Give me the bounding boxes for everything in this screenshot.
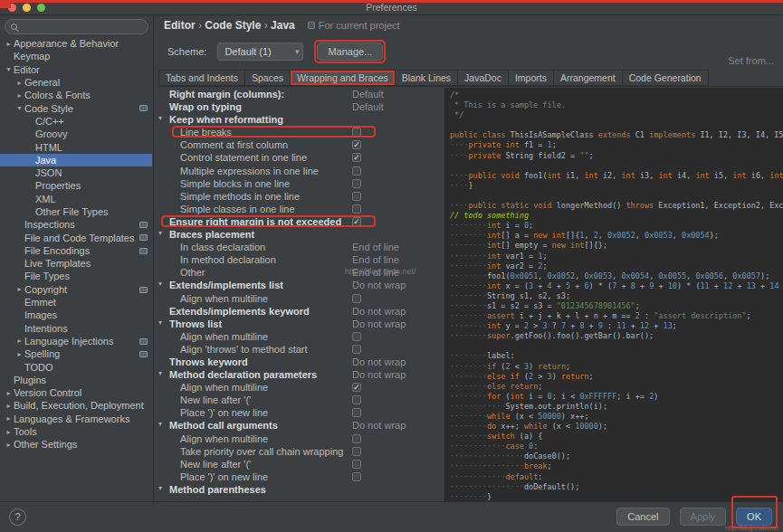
scheme-select[interactable]: Default (1) ▾ bbox=[217, 43, 303, 61]
sidebar-item-file-types[interactable]: File Types bbox=[0, 270, 152, 282]
setting-extends-implements-keyword[interactable]: Extends/implements keywordDo not wrap bbox=[155, 305, 444, 318]
checkbox-place-on-new-line[interactable] bbox=[352, 472, 361, 481]
chevron-right-icon[interactable]: ▸ bbox=[14, 350, 24, 358]
setting-right-margin-columns[interactable]: Right margin (columns):Default bbox=[155, 88, 444, 100]
button-apply[interactable]: Apply bbox=[680, 508, 727, 526]
help-button[interactable]: ? bbox=[9, 508, 26, 526]
sidebar-item-json[interactable]: JSON bbox=[0, 166, 152, 179]
sidebar-item-html[interactable]: HTML bbox=[0, 140, 152, 153]
chevron-down-icon[interactable]: ▾ bbox=[158, 369, 162, 377]
button-ok[interactable]: OK bbox=[736, 508, 772, 526]
checkbox-align-when-multiline[interactable]: ✓ bbox=[352, 383, 361, 392]
chevron-down-icon[interactable]: ▾ bbox=[158, 280, 162, 288]
setting-place-on-new-line[interactable]: Place ')' on new line bbox=[155, 406, 444, 419]
tab-spaces[interactable]: Spaces bbox=[244, 70, 290, 86]
checkbox-control-statement-in-one-line[interactable]: ✓ bbox=[352, 153, 361, 162]
sidebar-item-properties[interactable]: Properties bbox=[0, 179, 152, 192]
setting-align-when-multiline[interactable]: Align when multiline bbox=[155, 330, 444, 343]
setting-simple-methods-in-one-line[interactable]: Simple methods in one line bbox=[155, 190, 444, 203]
sidebar-item-plugins[interactable]: Plugins bbox=[0, 374, 152, 386]
breadcrumb-item[interactable]: Editor bbox=[164, 19, 196, 32]
chevron-down-icon[interactable]: ▾ bbox=[14, 104, 24, 112]
sidebar-item-images[interactable]: Images bbox=[0, 309, 152, 321]
sidebar-item-build-execution-deployment[interactable]: ▸Build, Execution, Deployment bbox=[0, 399, 152, 412]
setting-braces-placement[interactable]: ▾Braces placement bbox=[155, 228, 444, 241]
checkbox-comment-at-first-column[interactable]: ✓ bbox=[352, 140, 361, 149]
chevron-right-icon[interactable]: ▸ bbox=[4, 389, 14, 397]
checkbox-place-on-new-line[interactable] bbox=[352, 408, 361, 417]
chevron-right-icon[interactable]: ▸ bbox=[4, 402, 14, 410]
setting-other[interactable]: OtherEnd of linehttp://blog.csdn.net/ bbox=[155, 266, 444, 279]
chevron-right-icon[interactable]: ▸ bbox=[4, 428, 14, 436]
code-preview[interactable]: /* * This is a sample file. */ public cl… bbox=[444, 88, 783, 501]
sidebar-item-language-injections[interactable]: ▸Language Injections bbox=[0, 335, 152, 347]
chevron-right-icon[interactable]: ▸ bbox=[4, 441, 14, 449]
checkbox-simple-classes-in-one-line[interactable] bbox=[352, 204, 361, 214]
chevron-right-icon[interactable]: ▸ bbox=[14, 91, 24, 100]
sidebar-item-copyright[interactable]: ▸Copyright bbox=[0, 283, 152, 296]
chevron-down-icon[interactable]: ▾ bbox=[158, 318, 162, 327]
sidebar-item-emmet[interactable]: Emmet bbox=[0, 296, 152, 309]
setting-line-breaks[interactable]: Line breaks bbox=[155, 126, 444, 138]
setting-multiple-expressions-in-one-line[interactable]: Multiple expressions in one line bbox=[155, 165, 444, 177]
checkbox-take-priority-over-call-chain-wrapping[interactable] bbox=[352, 447, 361, 456]
setting-throws-list[interactable]: ▾Throws listDo not wrap bbox=[155, 318, 444, 330]
setting-align-when-multiline[interactable]: Align when multiline bbox=[155, 292, 444, 305]
chevron-right-icon[interactable]: ▸ bbox=[14, 285, 24, 293]
setting-wrap-on-typing[interactable]: Wrap on typingDefault bbox=[155, 100, 444, 113]
checkbox-multiple-expressions-in-one-line[interactable] bbox=[352, 166, 361, 176]
settings-search[interactable] bbox=[5, 19, 148, 34]
checkbox-align-when-multiline[interactable] bbox=[352, 332, 361, 341]
manage-button[interactable]: Manage... bbox=[317, 43, 383, 61]
sidebar-item-tools[interactable]: ▸Tools bbox=[0, 425, 152, 438]
tab-wrapping-and-braces[interactable]: Wrapping and Braces bbox=[290, 70, 395, 86]
sidebar-item-inspections[interactable]: Inspections bbox=[0, 218, 152, 231]
minimize-window-button[interactable] bbox=[23, 4, 31, 12]
button-cancel[interactable]: Cancel bbox=[616, 508, 669, 526]
setting-place-on-new-line[interactable]: Place ')' on new line bbox=[155, 470, 444, 483]
setting-throws-keyword[interactable]: Throws keywordDo not wrap bbox=[155, 356, 444, 368]
setting-take-priority-over-call-chain-wrapping[interactable]: Take priority over call chain wrapping bbox=[155, 445, 444, 458]
checkbox-new-line-after[interactable] bbox=[352, 395, 361, 404]
chevron-right-icon[interactable]: ▸ bbox=[14, 337, 24, 345]
sidebar-item-other-settings[interactable]: ▸Other Settings bbox=[0, 438, 152, 451]
setting-method-parentheses[interactable]: ▾Method parentheses bbox=[155, 483, 444, 496]
sidebar-item-intentions[interactable]: Intentions bbox=[0, 322, 152, 335]
checkbox-new-line-after[interactable] bbox=[352, 460, 361, 469]
chevron-down-icon[interactable]: ▾ bbox=[158, 114, 162, 122]
chevron-down-icon[interactable]: ▾ bbox=[158, 229, 162, 237]
chevron-down-icon[interactable]: ▾ bbox=[158, 420, 162, 428]
sidebar-item-editor[interactable]: ▾Editor bbox=[0, 63, 152, 76]
sidebar-item-code-style[interactable]: ▾Code Style bbox=[0, 101, 152, 114]
setting-new-line-after[interactable]: New line after '(' bbox=[155, 458, 444, 470]
tab-tabs-and-indents[interactable]: Tabs and Indents bbox=[158, 70, 244, 86]
setting-align-throws-to-method-start[interactable]: Align 'throws' to method start bbox=[155, 343, 444, 356]
chevron-right-icon[interactable]: ▸ bbox=[4, 414, 14, 423]
sidebar-item-general[interactable]: ▸General bbox=[0, 76, 152, 89]
tab-blank-lines[interactable]: Blank Lines bbox=[395, 70, 457, 86]
checkbox-align-when-multiline[interactable] bbox=[352, 434, 361, 443]
search-input[interactable] bbox=[21, 22, 142, 33]
sidebar-item-appearance-behavior[interactable]: ▸Appearance & Behavior bbox=[0, 37, 152, 50]
setting-keep-when-reformatting[interactable]: ▾Keep when reformatting bbox=[155, 113, 444, 126]
tab-code-generation[interactable]: Code Generation bbox=[622, 70, 709, 86]
chevron-right-icon[interactable]: ▸ bbox=[14, 79, 24, 87]
checkbox-simple-blocks-in-one-line[interactable] bbox=[352, 179, 361, 188]
sidebar-item-file-encodings[interactable]: File Encodings bbox=[0, 244, 152, 257]
sidebar-item-other-file-types[interactable]: Other File Types bbox=[0, 205, 152, 218]
setting-method-call-arguments[interactable]: ▾Method call argumentsDo not wrap bbox=[155, 419, 444, 432]
chevron-down-icon[interactable]: ▾ bbox=[158, 484, 162, 492]
tab-arrangement[interactable]: Arrangement bbox=[553, 70, 622, 86]
setting-align-when-multiline[interactable]: Align when multiline bbox=[155, 432, 444, 445]
chevron-down-icon[interactable]: ▾ bbox=[4, 65, 14, 73]
setting-align-when-multiline[interactable]: Align when multiline✓ bbox=[155, 381, 444, 394]
sidebar-item-keymap[interactable]: Keymap bbox=[0, 50, 152, 62]
sidebar-item-version-control[interactable]: ▸Version Control bbox=[0, 386, 152, 399]
set-from-link[interactable]: Set from... bbox=[728, 55, 774, 66]
setting-in-method-declaration[interactable]: In method declarationEnd of line bbox=[155, 253, 444, 266]
sidebar-item-colors-fonts[interactable]: ▸Colors & Fonts bbox=[0, 89, 152, 101]
setting-ensure-right-margin-is-not-exceeded[interactable]: Ensure right margin is not exceeded✓ bbox=[155, 215, 444, 228]
sidebar-item-file-and-code-templates[interactable]: File and Code Templates bbox=[0, 231, 152, 243]
setting-simple-blocks-in-one-line[interactable]: Simple blocks in one line bbox=[155, 177, 444, 190]
tab-imports[interactable]: Imports bbox=[508, 70, 553, 86]
